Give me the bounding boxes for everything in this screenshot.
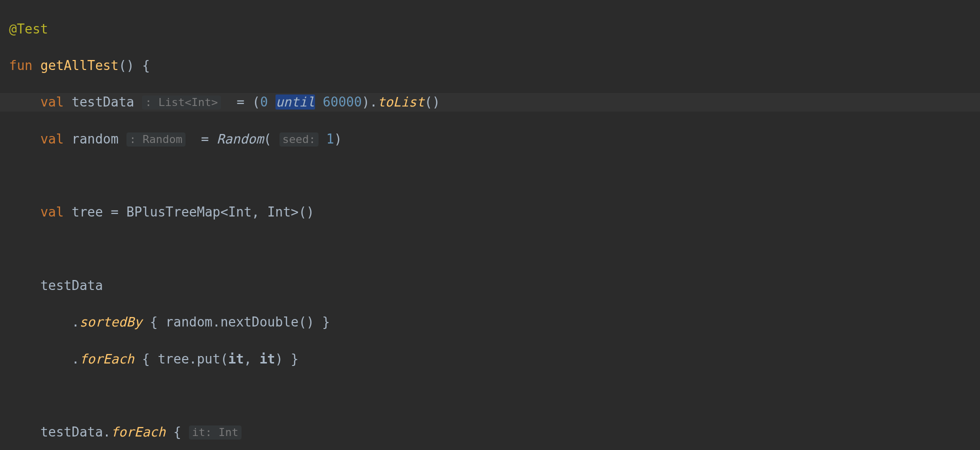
punct: () { bbox=[118, 58, 150, 73]
code-line-blank bbox=[9, 166, 980, 185]
ext-call: toList bbox=[378, 94, 424, 110]
code-editor[interactable]: @Test fun getAllTest() { val testData : … bbox=[0, 0, 980, 450]
param-hint: it: Int bbox=[189, 426, 242, 440]
ext-call: forEach bbox=[111, 424, 166, 440]
selection-until: until bbox=[276, 94, 314, 110]
punct: { bbox=[166, 424, 181, 440]
code-line: @Test bbox=[9, 20, 980, 38]
code-line: val random : Random = Random( seed: 1) bbox=[9, 130, 980, 148]
type-ref: Random bbox=[216, 132, 264, 146]
punct: ( bbox=[264, 132, 272, 146]
punct: ) bbox=[334, 132, 342, 146]
punct: ( bbox=[252, 94, 260, 110]
type-call: BPlusTreeMap<Int, Int>() bbox=[126, 204, 314, 220]
annotation-token: @Test bbox=[9, 22, 48, 36]
code-line-blank bbox=[9, 240, 980, 258]
ext-call: sortedBy bbox=[80, 314, 142, 330]
lambda-post: ) } bbox=[275, 352, 298, 366]
punct: . bbox=[72, 352, 80, 366]
identifier: testData bbox=[72, 94, 134, 110]
punct: ). bbox=[362, 94, 378, 110]
lambda: { random.nextDouble() } bbox=[142, 314, 330, 330]
keyword-val: val bbox=[40, 204, 64, 220]
number-token: 0 bbox=[260, 94, 268, 110]
it-token: it bbox=[228, 352, 244, 366]
identifier: testData. bbox=[40, 424, 111, 440]
punct: , bbox=[244, 352, 260, 366]
lambda-pre: { tree.put( bbox=[134, 352, 228, 366]
keyword-val: val bbox=[40, 94, 64, 110]
punct: = bbox=[103, 204, 126, 220]
param-hint: seed: bbox=[280, 132, 318, 146]
type-hint: : Random bbox=[126, 132, 186, 146]
code-line: fun getAllTest() { bbox=[9, 56, 980, 75]
identifier: testData bbox=[40, 278, 103, 293]
code-line-blank bbox=[9, 386, 980, 405]
it-token: it bbox=[260, 352, 275, 366]
code-line: val tree = BPlusTreeMap<Int, Int>() bbox=[9, 203, 980, 222]
function-name: getAllTest bbox=[40, 58, 119, 73]
punct: = bbox=[193, 132, 216, 146]
identifier: random bbox=[72, 132, 118, 146]
punct: = bbox=[229, 94, 252, 110]
identifier: tree bbox=[72, 204, 103, 220]
punct: . bbox=[72, 314, 80, 330]
keyword-val: val bbox=[40, 132, 64, 146]
code-line: testData.forEach { it: Int bbox=[9, 423, 980, 442]
ext-call: forEach bbox=[80, 352, 134, 366]
code-line-highlighted: val testData : List<Int> = (0 until 6000… bbox=[0, 93, 980, 112]
type-hint: : List<Int> bbox=[142, 96, 221, 110]
keyword-fun: fun bbox=[9, 58, 32, 73]
code-line: testData bbox=[9, 276, 980, 295]
number-token: 1 bbox=[326, 132, 334, 146]
code-line: .sortedBy { random.nextDouble() } bbox=[9, 313, 980, 332]
number-token: 60000 bbox=[322, 94, 362, 110]
code-line: .forEach { tree.put(it, it) } bbox=[9, 350, 980, 368]
punct: () bbox=[424, 94, 440, 110]
